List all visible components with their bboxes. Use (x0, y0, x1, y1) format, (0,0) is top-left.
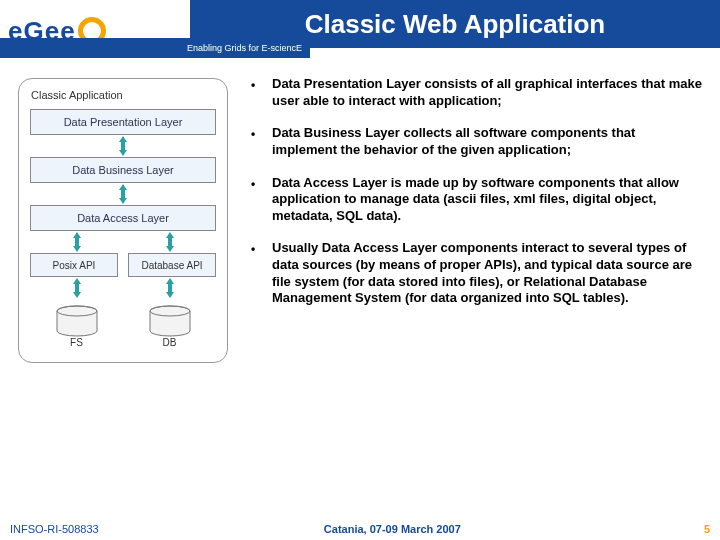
arrow-icon (29, 183, 217, 205)
layer-access: Data Access Layer (30, 205, 216, 231)
bullet-list: •Data Presentation Layer consists of all… (248, 76, 702, 307)
footer-left: INFSO-RI-508833 (10, 523, 99, 535)
api-row: Posix API Database API (30, 253, 216, 277)
bullet-text: Data Access Layer is made up by software… (272, 175, 702, 225)
bullet-text: Data Presentation Layer consists of all … (272, 76, 702, 109)
bullet-icon: • (248, 177, 258, 192)
datastore-row: FS DB (30, 305, 216, 348)
bullet-icon: • (248, 78, 258, 93)
layer-presentation: Data Presentation Layer (30, 109, 216, 135)
footer-center: Catania, 07-09 March 2007 (324, 523, 461, 535)
diagram-column: Classic Application Data Presentation La… (0, 68, 240, 514)
classic-app-diagram: Classic Application Data Presentation La… (18, 78, 228, 363)
diagram-title: Classic Application (31, 89, 217, 101)
database-api-box: Database API (128, 253, 216, 277)
bullet-text: Usually Data Access Layer components int… (272, 240, 702, 307)
db-cylinder: DB (147, 305, 193, 348)
list-item: •Data Presentation Layer consists of all… (248, 76, 702, 109)
bullet-icon: • (248, 242, 258, 257)
layer-business: Data Business Layer (30, 157, 216, 183)
page-number: 5 (686, 523, 710, 535)
footer-bar: INFSO-RI-508833 Catania, 07-09 March 200… (0, 518, 720, 540)
content-area: Classic Application Data Presentation La… (0, 68, 720, 514)
fs-cylinder: FS (54, 305, 100, 348)
tagline: Enabling Grids for E-sciencE (0, 38, 310, 58)
list-item: •Data Access Layer is made up by softwar… (248, 175, 702, 225)
list-item: •Usually Data Access Layer components in… (248, 240, 702, 307)
posix-api-box: Posix API (30, 253, 118, 277)
bullet-icon: • (248, 127, 258, 142)
header-bar: eGee Classic Web Application Enabling Gr… (0, 0, 720, 62)
bullets-column: •Data Presentation Layer consists of all… (240, 68, 720, 514)
arrow-icon (29, 135, 217, 157)
arrow-row (30, 231, 216, 253)
bullet-text: Data Business Layer collects all softwar… (272, 125, 702, 158)
list-item: •Data Business Layer collects all softwa… (248, 125, 702, 158)
arrow-row (30, 277, 216, 299)
